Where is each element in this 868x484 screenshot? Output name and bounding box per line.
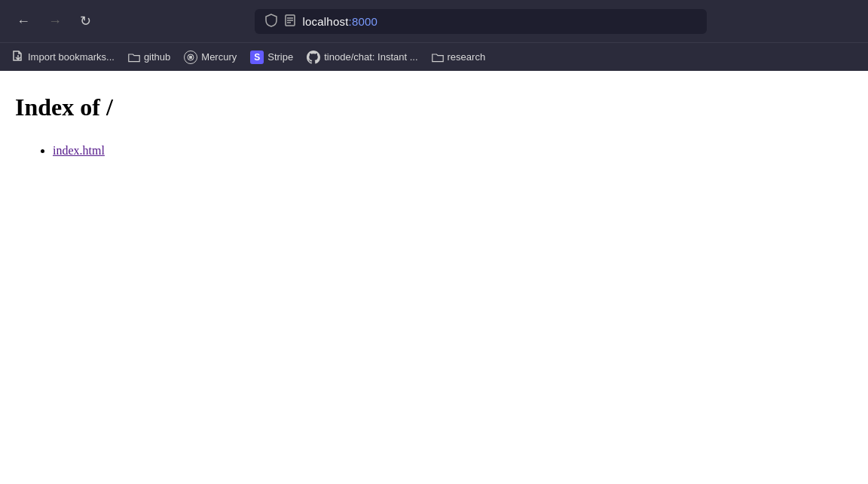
bookmark-mercury-label: Mercury: [201, 51, 237, 63]
browser-chrome: ← → ↻ localhost:8000: [0, 0, 868, 71]
github-favicon-icon: [307, 51, 320, 64]
page-title: Index of /: [15, 93, 853, 121]
svg-point-5: [190, 56, 192, 58]
port-text: :8000: [349, 15, 378, 28]
forward-icon: →: [48, 14, 62, 29]
forward-button[interactable]: →: [44, 11, 66, 32]
bookmark-research-label: research: [448, 51, 486, 63]
file-link-index-html[interactable]: index.html: [53, 144, 105, 157]
import-icon: [12, 50, 24, 64]
page-icon: [285, 14, 295, 29]
address-text: localhost:8000: [303, 15, 378, 28]
bookmark-github[interactable]: github: [122, 47, 176, 66]
list-item: index.html: [53, 144, 853, 158]
security-shield-icon: [265, 14, 277, 29]
stripe-favicon-icon: S: [250, 51, 264, 64]
bookmark-research[interactable]: research: [426, 47, 492, 66]
research-folder-icon: [432, 52, 444, 63]
page-content: Index of / index.html: [0, 71, 868, 448]
reload-icon: ↻: [80, 13, 91, 29]
back-button[interactable]: ←: [12, 11, 35, 32]
address-bar[interactable]: localhost:8000: [255, 9, 707, 34]
bookmark-import-label: Import bookmarks...: [28, 51, 115, 63]
bookmarks-bar: Import bookmarks... github: [0, 42, 868, 71]
file-list: index.html: [15, 144, 853, 158]
folder-icon: [128, 52, 140, 63]
bookmark-stripe-label: Stripe: [267, 51, 293, 63]
bookmark-tinode-chat[interactable]: tinode/chat: Instant ...: [301, 47, 423, 68]
bookmark-mercury[interactable]: Mercury: [178, 47, 243, 68]
address-bar-row: ← → ↻ localhost:8000: [0, 0, 868, 42]
bookmark-stripe[interactable]: S Stripe: [244, 47, 299, 68]
bookmark-import-bookmarks[interactable]: Import bookmarks...: [6, 46, 121, 68]
reload-button[interactable]: ↻: [75, 10, 96, 32]
bookmark-github-label: github: [144, 51, 170, 63]
bookmark-tinode-label: tinode/chat: Instant ...: [324, 51, 417, 63]
mercury-favicon-icon: [184, 51, 197, 64]
back-icon: ←: [17, 14, 30, 29]
